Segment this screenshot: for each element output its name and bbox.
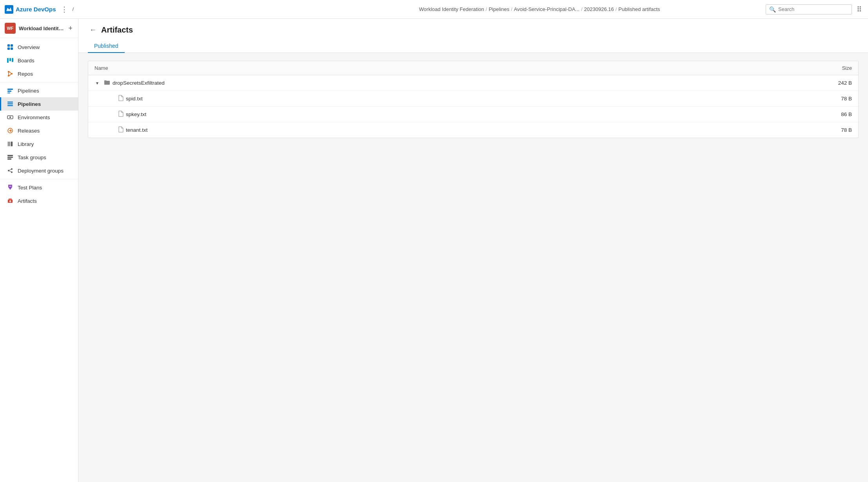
breadcrumb-item-1[interactable]: Pipelines bbox=[488, 6, 509, 12]
svg-rect-5 bbox=[7, 58, 9, 63]
artifact-file-size-1: 86 B bbox=[805, 111, 852, 117]
sidebar-item-overview[interactable]: Overview bbox=[0, 40, 78, 54]
col-size-header: Size bbox=[805, 65, 852, 71]
main-area: ← Artifacts Published Name Size ▾ bbox=[78, 19, 868, 482]
svg-rect-7 bbox=[12, 58, 13, 62]
sidebar-item-label-deployment-groups: Deployment groups bbox=[18, 168, 64, 174]
artifact-folder-name: dropSecretsExfiltrated bbox=[113, 80, 165, 86]
task-groups-icon bbox=[7, 154, 14, 161]
sidebar-item-library[interactable]: Library bbox=[0, 137, 78, 151]
main-content: Name Size ▾ dropSecretsExfiltrated 242 B bbox=[78, 53, 868, 482]
sidebar-item-test-plans[interactable]: Test Plans bbox=[0, 181, 78, 194]
svg-rect-28 bbox=[7, 157, 13, 158]
project-name: Workload Identity Fed... bbox=[19, 25, 64, 31]
sidebar-item-deployment-groups[interactable]: Deployment groups bbox=[0, 164, 78, 177]
svg-rect-27 bbox=[7, 155, 13, 156]
file-icon bbox=[118, 95, 123, 102]
file-icon bbox=[118, 111, 123, 118]
search-input[interactable] bbox=[778, 6, 841, 12]
svg-point-9 bbox=[8, 75, 9, 76]
svg-line-33 bbox=[9, 169, 11, 170]
breadcrumb-item-3[interactable]: 20230926.16 bbox=[584, 6, 614, 12]
top-nav: Azure DevOps ⋮ / Workload Identity Feder… bbox=[0, 0, 868, 19]
table-row[interactable]: tenant.txt 78 B bbox=[88, 122, 858, 138]
breadcrumb-item-2[interactable]: Avoid-Service-Principal-DA... bbox=[514, 6, 579, 12]
svg-rect-25 bbox=[9, 142, 10, 146]
artifact-file-size-0: 78 B bbox=[805, 96, 852, 102]
more-options-button[interactable]: ⋮ bbox=[59, 4, 69, 15]
svg-rect-19 bbox=[7, 105, 13, 106]
sidebar-item-releases[interactable]: Releases bbox=[0, 124, 78, 137]
breadcrumb-item-0[interactable]: Workload Identity Federation bbox=[419, 6, 484, 12]
sidebar-item-label-pipelines: Pipelines bbox=[18, 101, 41, 107]
svg-point-32 bbox=[11, 171, 13, 173]
back-button[interactable]: ← bbox=[88, 25, 98, 35]
nav-divider-2 bbox=[0, 179, 78, 179]
svg-point-21 bbox=[9, 116, 11, 118]
sidebar-item-label-task-groups: Task groups bbox=[18, 155, 46, 160]
releases-icon bbox=[7, 127, 14, 134]
layout-button[interactable]: ⠿ bbox=[855, 4, 863, 15]
svg-point-30 bbox=[8, 170, 9, 171]
search-icon: 🔍 bbox=[769, 6, 776, 13]
col-name-header: Name bbox=[94, 65, 805, 71]
layout: WF Workload Identity Fed... + Overview B… bbox=[0, 19, 868, 482]
library-icon bbox=[7, 140, 14, 147]
row-name-0: ▾ dropSecretsExfiltrated bbox=[94, 79, 805, 87]
sidebar-item-pipelines[interactable]: Pipelines bbox=[0, 97, 78, 111]
sidebar-header: WF Workload Identity Fed... + bbox=[0, 19, 78, 38]
svg-rect-37 bbox=[9, 198, 12, 200]
add-project-button[interactable]: + bbox=[67, 24, 73, 33]
svg-point-31 bbox=[11, 168, 13, 170]
nav-divider-1 bbox=[0, 82, 78, 82]
overview-icon bbox=[7, 44, 14, 51]
pipelines-icon bbox=[7, 100, 14, 107]
sidebar-item-environments[interactable]: Environments bbox=[0, 111, 78, 124]
artifact-file-size-2: 78 B bbox=[805, 127, 852, 133]
deployment-groups-icon bbox=[7, 167, 14, 174]
table-header: Name Size bbox=[88, 61, 858, 75]
brand-logo[interactable]: Azure DevOps bbox=[5, 5, 56, 14]
artifacts-table: Name Size ▾ dropSecretsExfiltrated 242 B bbox=[88, 61, 859, 138]
svg-point-8 bbox=[8, 71, 9, 73]
sidebar-item-task-groups[interactable]: Task groups bbox=[0, 151, 78, 164]
svg-rect-1 bbox=[7, 44, 10, 47]
table-row[interactable]: ▾ dropSecretsExfiltrated 242 B bbox=[88, 75, 858, 91]
sidebar-item-label-test-plans: Test Plans bbox=[18, 185, 42, 191]
svg-line-12 bbox=[9, 74, 11, 76]
search-box: 🔍 bbox=[766, 4, 852, 15]
breadcrumb-item-4: Published artifacts bbox=[618, 6, 660, 12]
artifact-file-name-2: tenant.txt bbox=[126, 127, 148, 133]
sidebar-item-label-pipelines-header: Pipelines bbox=[18, 88, 39, 94]
main-header: ← Artifacts Published bbox=[78, 19, 868, 53]
svg-rect-14 bbox=[7, 89, 13, 90]
svg-rect-15 bbox=[7, 91, 11, 92]
sidebar-item-repos[interactable]: Repos bbox=[0, 67, 78, 80]
sidebar: WF Workload Identity Fed... + Overview B… bbox=[0, 19, 78, 482]
tabs-bar: Published bbox=[88, 40, 859, 53]
sidebar-item-artifacts[interactable]: Artifacts bbox=[0, 194, 78, 207]
sidebar-item-label-environments: Environments bbox=[18, 115, 50, 120]
page-header: ← Artifacts bbox=[88, 25, 859, 35]
svg-point-10 bbox=[11, 73, 13, 75]
row-name-1: spid.txt bbox=[94, 95, 805, 102]
tab-published[interactable]: Published bbox=[88, 40, 125, 53]
sidebar-nav: Overview Boards Repos bbox=[0, 38, 78, 210]
pipelines-header-icon bbox=[7, 87, 14, 94]
sidebar-item-pipelines-header[interactable]: Pipelines bbox=[0, 84, 78, 97]
azure-devops-icon bbox=[5, 5, 13, 14]
sidebar-item-boards[interactable]: Boards bbox=[0, 54, 78, 67]
table-row[interactable]: spkey.txt 86 B bbox=[88, 107, 858, 122]
table-row[interactable]: spid.txt 78 B bbox=[88, 91, 858, 107]
artifact-file-name-1: spkey.txt bbox=[126, 111, 146, 117]
project-avatar: WF bbox=[5, 23, 16, 34]
file-icon bbox=[118, 126, 123, 134]
svg-rect-3 bbox=[7, 47, 10, 50]
svg-rect-18 bbox=[7, 104, 13, 105]
test-plans-icon bbox=[7, 184, 14, 191]
expand-folder-button[interactable]: ▾ bbox=[94, 80, 100, 87]
svg-rect-29 bbox=[7, 158, 11, 160]
svg-rect-26 bbox=[11, 142, 13, 146]
svg-rect-24 bbox=[8, 142, 9, 146]
row-name-2: spkey.txt bbox=[94, 111, 805, 118]
